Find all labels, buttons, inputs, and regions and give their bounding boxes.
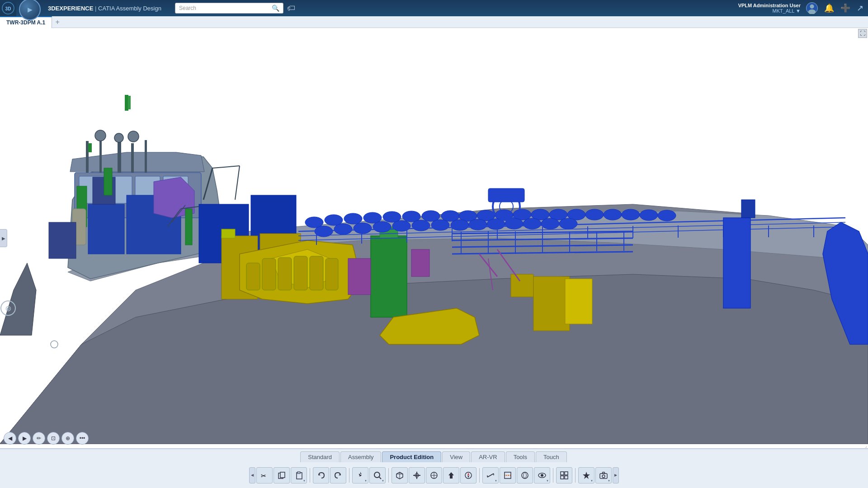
svg-rect-119 <box>511 274 533 297</box>
compass-view-button[interactable] <box>460 467 476 483</box>
resize-handle: ⌟ <box>865 443 867 448</box>
fullscreen-icon: ⛶ <box>860 30 865 37</box>
separator-6 <box>575 468 576 483</box>
search-area: Search 🔍 🏷 <box>175 3 295 14</box>
measure-button[interactable] <box>482 467 499 483</box>
svg-rect-24 <box>125 95 128 111</box>
fit-button[interactable] <box>369 467 386 483</box>
svg-point-100 <box>658 210 676 221</box>
nav-back-button[interactable]: ◀ <box>4 432 16 445</box>
bottom-tab-assembly[interactable]: Assembly <box>340 451 381 462</box>
svg-rect-31 <box>104 168 112 195</box>
svg-rect-26 <box>88 204 124 254</box>
svg-rect-25 <box>128 96 131 109</box>
svg-point-66 <box>354 223 372 234</box>
nav-edit-button[interactable]: ✏ <box>33 432 45 445</box>
cut-button[interactable]: ✂ <box>256 467 273 483</box>
search-icon[interactable]: 🔍 <box>272 5 279 12</box>
nav-more-button[interactable]: ••• <box>76 432 89 445</box>
svg-point-78 <box>585 209 604 220</box>
tag-icon[interactable]: 🏷 <box>287 4 295 13</box>
bottom-tab-touch[interactable]: Touch <box>536 451 567 462</box>
add-icon[interactable]: ➕ <box>840 3 850 13</box>
user-role: VPLM Administration User <box>738 3 801 8</box>
snap-button[interactable] <box>409 467 425 483</box>
tab-label: TWR-3DPM A.1 <box>6 19 45 26</box>
svg-point-83 <box>523 218 541 229</box>
header-right: VPLM Administration User MKT_ALL ▼ 🔔 ➕ ↗ <box>738 2 868 14</box>
svg-marker-173 <box>602 472 605 474</box>
move-button[interactable] <box>352 467 368 483</box>
undo-button[interactable] <box>313 467 329 483</box>
ship-canvas[interactable]: ◎ ▶ ⛶ ⌟ ◀ ▶ ✏ ⊡ ⊕ ••• <box>0 28 868 448</box>
copy-button[interactable] <box>274 467 290 483</box>
cube-view-button[interactable] <box>392 467 408 483</box>
section-button[interactable] <box>500 467 516 483</box>
svg-rect-120 <box>533 277 570 331</box>
bottom-tab-ar-vr[interactable]: AR-VR <box>471 451 505 462</box>
nav-forward-button[interactable]: ▶ <box>18 432 31 445</box>
svg-rect-52 <box>371 236 407 317</box>
svg-point-165 <box>541 474 543 477</box>
svg-rect-43 <box>222 229 235 238</box>
svg-rect-48 <box>278 258 292 290</box>
svg-rect-126 <box>723 218 750 308</box>
redo-button[interactable] <box>330 467 346 483</box>
svg-rect-51 <box>326 258 338 290</box>
svg-rect-127 <box>741 200 755 218</box>
visibility-button[interactable] <box>534 467 550 483</box>
svg-marker-156 <box>467 473 469 475</box>
ship-3d-view: ◎ <box>0 28 868 448</box>
svg-point-68 <box>392 221 410 231</box>
navigation-controls: ◀ ▶ ✏ ⊡ ⊕ ••• <box>4 432 89 445</box>
nav-frame-button[interactable]: ⊡ <box>47 432 60 445</box>
share-icon[interactable]: ↗ <box>857 3 863 13</box>
bottom-tab-view[interactable]: View <box>442 451 470 462</box>
orientation-button[interactable] <box>443 467 459 483</box>
svg-point-97 <box>604 209 622 220</box>
bottom-tab-standard[interactable]: Standard <box>300 451 340 462</box>
svg-marker-170 <box>583 472 590 479</box>
add-tab-button[interactable]: + <box>52 17 63 28</box>
bottom-tab-tools[interactable]: Tools <box>506 451 535 462</box>
multi-window-button[interactable] <box>556 467 572 483</box>
svg-marker-141 <box>339 474 340 475</box>
fullscreen-button[interactable]: ⛶ <box>858 29 867 38</box>
svg-rect-139 <box>297 472 300 474</box>
svg-rect-19 <box>145 140 147 173</box>
toolbar-expand-right[interactable]: ▶ <box>613 467 619 483</box>
resize-icon: ⌟ <box>865 443 867 448</box>
svg-point-70 <box>431 220 449 230</box>
svg-marker-142 <box>359 472 362 476</box>
left-panel-toggle[interactable]: ▶ <box>0 229 7 247</box>
app-logo: 3D <box>0 0 16 16</box>
nav-zoom-button[interactable]: ⊕ <box>61 432 74 445</box>
svg-point-99 <box>640 210 658 221</box>
svg-rect-49 <box>294 256 307 290</box>
paste-button[interactable] <box>291 467 307 483</box>
notification-icon[interactable]: 🔔 <box>824 3 834 13</box>
explode-button[interactable] <box>578 467 594 483</box>
center-button[interactable] <box>426 467 442 483</box>
tab-bar: TWR-3DPM A.1 + <box>0 16 868 28</box>
toolbar-expand-left[interactable]: ◀ <box>249 467 255 483</box>
render-mode-button[interactable] <box>517 467 533 483</box>
camera-button[interactable] <box>595 467 612 483</box>
user-avatar[interactable] <box>806 2 818 14</box>
svg-point-69 <box>412 220 430 231</box>
svg-point-79 <box>451 220 469 230</box>
svg-rect-54 <box>348 258 371 295</box>
svg-rect-168 <box>561 476 564 479</box>
svg-rect-121 <box>565 279 592 324</box>
svg-marker-154 <box>448 472 454 479</box>
separator-3 <box>388 468 389 483</box>
svg-point-22 <box>128 131 139 142</box>
tool-strip: ◀ ✂ <box>0 462 868 488</box>
svg-rect-46 <box>246 263 260 290</box>
brand-name: 3DEXPERIENCE <box>48 5 93 12</box>
svg-rect-17 <box>118 139 121 173</box>
search-box[interactable]: Search 🔍 <box>175 3 283 14</box>
bottom-tab-product-edition[interactable]: Product Edition <box>382 451 441 462</box>
user-context[interactable]: MKT_ALL ▼ <box>738 8 801 14</box>
play-button-area[interactable] <box>16 0 43 16</box>
